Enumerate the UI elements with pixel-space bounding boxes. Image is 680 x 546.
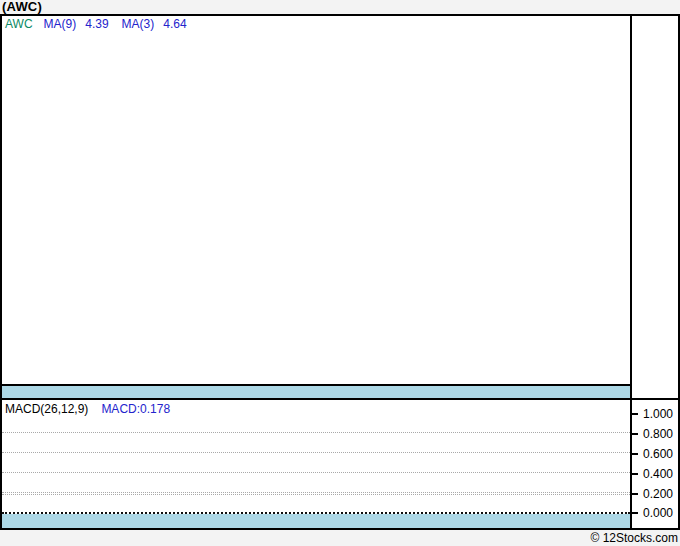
panel-separator-line (2, 398, 678, 400)
ma9-label: MA(9) (44, 17, 77, 31)
macd-value: MACD:0.178 (101, 402, 170, 416)
price-legend: AWCMA(9)4.39MA(3)4.64 (5, 17, 187, 31)
axis-tick (632, 473, 638, 475)
grid-line (2, 494, 630, 495)
axis-tick (632, 453, 638, 455)
macd-label: MACD(26,12,9) (5, 402, 88, 416)
grid-line (2, 472, 630, 473)
y-axis-line (630, 16, 632, 528)
axis-tick (632, 493, 638, 495)
date-band (2, 386, 630, 398)
grid-line (2, 452, 630, 453)
ma9-value: 4.39 (85, 17, 108, 31)
axis-tick (632, 433, 638, 435)
axis-tick-label: 0.800 (643, 427, 673, 441)
grid-line (2, 492, 630, 493)
axis-tick-label: 0.000 (643, 506, 673, 520)
page-title: (AWC) (2, 0, 42, 14)
ma3-value: 4.64 (163, 17, 186, 31)
ticker-symbol: AWC (5, 17, 33, 31)
chart-container: AWCMA(9)4.39MA(3)4.64 MACD(26,12,9)MACD:… (0, 14, 680, 530)
axis-tick-label: 1.000 (643, 407, 673, 421)
chart-inner: AWCMA(9)4.39MA(3)4.64 MACD(26,12,9)MACD:… (2, 16, 678, 528)
grid-line (2, 432, 630, 433)
axis-tick-label: 0.200 (643, 487, 673, 501)
footer-credit: © 12Stocks.com (590, 531, 678, 545)
macd-legend: MACD(26,12,9)MACD:0.178 (5, 402, 170, 416)
axis-tick-label: 0.400 (643, 467, 673, 481)
axis-tick (632, 512, 638, 514)
ma3-label: MA(3) (122, 17, 155, 31)
axis-tick-label: 0.600 (643, 447, 673, 461)
axis-tick (632, 413, 638, 415)
bottom-date-band (2, 514, 630, 528)
